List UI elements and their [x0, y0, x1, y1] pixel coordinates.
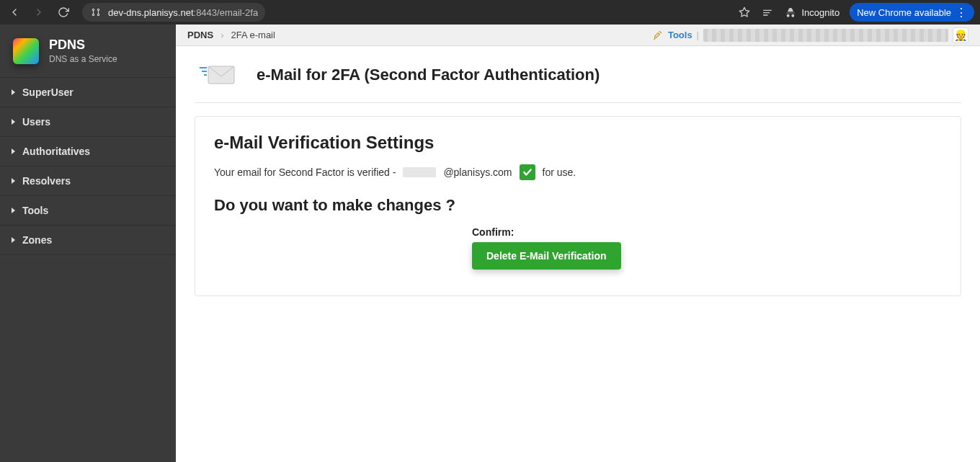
incognito-label: Incognito	[801, 7, 839, 18]
settings-card: e-Mail Verification Settings Your email …	[195, 116, 961, 296]
svg-point-0	[92, 9, 94, 10]
svg-point-3	[97, 14, 99, 15]
sidebar-item-label: SuperUser	[22, 86, 74, 98]
brand-logo-icon	[13, 38, 39, 64]
caret-right-icon	[12, 148, 15, 154]
address-bar[interactable]: dev-dns.planisys.net:8443/email-2fa	[82, 3, 265, 22]
crumb-current: 2FA e-mail	[231, 30, 275, 40]
site-settings-icon[interactable]	[89, 6, 102, 19]
new-chrome-label: New Chrome available	[857, 7, 951, 18]
brand-title: PDNS	[49, 37, 117, 53]
sidebar: PDNS DNS as a Service SuperUser Users Au…	[0, 25, 176, 462]
email-local-redacted	[403, 167, 436, 177]
sidebar-item-tools[interactable]: Tools	[0, 196, 176, 226]
bookmark-star-icon[interactable]	[738, 6, 751, 19]
avatar[interactable]: 👷	[953, 27, 968, 43]
sidebar-item-authoritatives[interactable]: Authoritatives	[0, 137, 176, 166]
browser-chrome: dev-dns.planisys.net:8443/email-2fa Inco…	[0, 0, 980, 25]
media-control-icon[interactable]	[761, 6, 774, 19]
caret-right-icon	[12, 119, 15, 125]
sidebar-item-label: Tools	[22, 205, 48, 216]
caret-right-icon	[12, 208, 15, 213]
section-title: e-Mail Verification Settings	[214, 133, 942, 153]
forward-button[interactable]	[30, 4, 48, 21]
tools-icon	[651, 29, 664, 42]
sidebar-item-users[interactable]: Users	[0, 107, 176, 137]
caret-right-icon	[12, 237, 15, 243]
user-name-redacted	[703, 29, 948, 42]
reload-button[interactable]	[55, 4, 72, 21]
sidebar-item-label: Resolvers	[22, 175, 71, 187]
tools-link[interactable]: Tools	[668, 30, 692, 40]
kebab-icon: ⋮	[956, 6, 967, 19]
incognito-indicator: Incognito	[784, 6, 839, 19]
sidebar-item-superuser[interactable]: SuperUser	[0, 78, 176, 107]
brand-subtitle: DNS as a Service	[49, 54, 117, 64]
changes-title: Do you want to make changes ?	[214, 196, 942, 215]
sidebar-item-label: Users	[22, 116, 50, 128]
status-line: Your email for Second Factor is verified…	[214, 164, 942, 180]
brand[interactable]: PDNS DNS as a Service	[0, 25, 176, 77]
sidebar-item-label: Zones	[22, 234, 52, 246]
separator: |	[697, 30, 699, 40]
main: PDNS › 2FA e-mail Tools | 👷	[176, 25, 980, 462]
button-label: Delete E-Mail Verification	[486, 250, 607, 262]
svg-point-1	[97, 9, 99, 10]
crumb-root[interactable]: PDNS	[187, 30, 213, 40]
confirm-label: Confirm:	[472, 226, 942, 238]
mail-icon	[195, 62, 241, 88]
chevron-right-icon: ›	[220, 30, 223, 40]
sidebar-item-resolvers[interactable]: Resolvers	[0, 166, 176, 196]
back-button[interactable]	[6, 4, 23, 21]
side-nav: SuperUser Users Authoritatives Resolvers…	[0, 77, 176, 255]
caret-right-icon	[12, 89, 15, 95]
incognito-icon	[784, 6, 797, 19]
svg-point-2	[92, 14, 94, 15]
caret-right-icon	[12, 178, 15, 184]
status-prefix: Your email for Second Factor is verified…	[214, 166, 396, 178]
email-domain: @planisys.com	[443, 166, 512, 178]
new-chrome-pill[interactable]: New Chrome available ⋮	[850, 3, 974, 22]
topbar: PDNS › 2FA e-mail Tools | 👷	[176, 25, 980, 46]
delete-verification-button[interactable]: Delete E-Mail Verification	[472, 242, 621, 270]
page-header: e-Mail for 2FA (Second Factor Authentica…	[195, 62, 961, 103]
page-title: e-Mail for 2FA (Second Factor Authentica…	[257, 66, 600, 84]
sidebar-item-zones[interactable]: Zones	[0, 226, 176, 255]
url-host: dev-dns.planisys.net:8443/email-2fa	[108, 7, 258, 18]
svg-marker-6	[740, 7, 749, 17]
status-suffix: for use.	[543, 166, 576, 178]
sidebar-item-label: Authoritatives	[22, 146, 90, 157]
verified-check-icon	[520, 164, 535, 180]
breadcrumb: PDNS › 2FA e-mail	[187, 30, 275, 40]
